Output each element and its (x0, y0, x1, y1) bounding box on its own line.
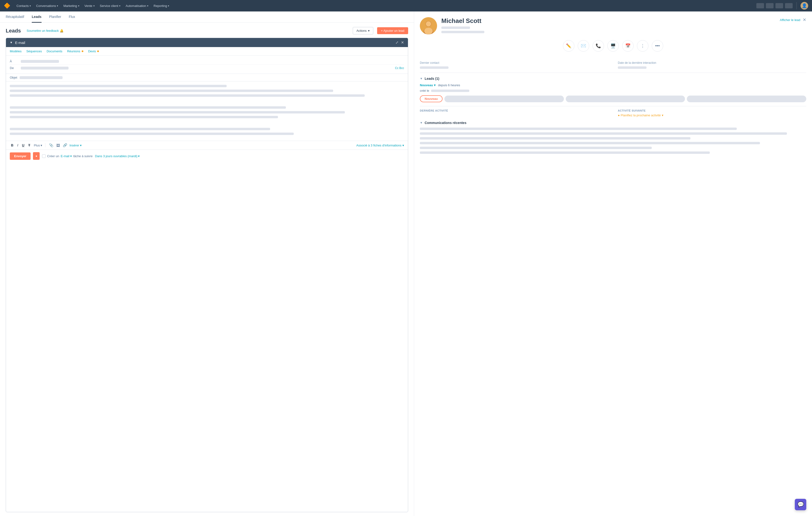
more-action-button[interactable]: ••• (652, 40, 663, 52)
toolbar-dot-devis (97, 50, 99, 52)
link-icon[interactable]: 🔗 (63, 143, 67, 147)
feedback-label: Soumettre un feedback (27, 29, 59, 32)
topnav: 🔶 Contacts▾Conversations▾Marketing▾Vente… (0, 0, 812, 11)
email-action-button[interactable]: ✉️ (578, 40, 589, 52)
left-panel: RécapitulatifLeadsPlanifierFlux Leads So… (0, 11, 414, 516)
chat-button[interactable]: 💬 (795, 499, 806, 510)
next-activity-label: ACTIVITÉ SUIVANTE (618, 109, 806, 112)
nav-label-automatisation: Automatisation (126, 4, 146, 8)
last-interaction-col: Date de la dernière interaction (618, 61, 806, 69)
status-placeholder-2 (444, 95, 564, 102)
nav-item-conversations[interactable]: Conversations▾ (34, 3, 60, 9)
comms-placeholder-2 (420, 132, 787, 135)
insert-button[interactable]: Insérer ▾ (69, 144, 82, 147)
nav-label-reporting: Reporting (153, 4, 167, 8)
underline-button[interactable]: U (21, 143, 26, 148)
actions-button[interactable]: Actions ▾ (353, 27, 373, 34)
close-panel-button[interactable]: ✕ (803, 17, 806, 23)
tab-flux[interactable]: Flux (69, 11, 75, 23)
tab-leads[interactable]: Leads (32, 11, 41, 23)
insert-chevron-icon: ▾ (80, 144, 82, 147)
subject-label: Objet (10, 76, 17, 79)
email-from-row: De Cc Bcc (10, 65, 404, 71)
italic-button[interactable]: I (16, 143, 19, 148)
more-v-action-button[interactable]: ⋮ (637, 40, 648, 52)
svg-point-3 (426, 21, 431, 27)
submit-feedback[interactable]: Soumettre un feedback 🔔 (27, 29, 63, 32)
more-formatting-button[interactable]: Plus ▾ (34, 144, 42, 147)
comms-placeholder-5 (420, 147, 652, 149)
last-activity-col: DERNIÈRE ACTIVITÉ (420, 109, 608, 117)
expand-icon[interactable]: ⤢ (396, 40, 399, 45)
create-task-checkbox[interactable] (42, 154, 46, 158)
status-chevron-icon: ▾ (434, 83, 436, 87)
toolbar-item-devis[interactable]: Devis (88, 50, 99, 53)
strikethrough-button[interactable]: T (27, 143, 31, 148)
phone-action-button[interactable]: 📞 (592, 40, 604, 52)
nav-item-reporting[interactable]: Reporting▾ (151, 3, 172, 9)
comms-placeholder-1 (420, 127, 737, 130)
add-lead-button[interactable]: + Ajouter un lead (377, 27, 408, 34)
profile-info-placeholder-2 (441, 31, 484, 33)
hubspot-logo[interactable]: 🔶 (4, 3, 10, 9)
last-contact-label: Dernier contact (420, 61, 608, 64)
nav-item-marketing[interactable]: Marketing▾ (61, 3, 82, 9)
topnav-icon-btn-4[interactable] (785, 3, 793, 8)
edit-action-button[interactable]: ✏️ (563, 40, 574, 52)
leads-title: Leads (6, 28, 21, 34)
topnav-icon-btn-1[interactable] (756, 3, 764, 8)
comms-placeholder-3 (420, 137, 691, 140)
nouveau-badge-button[interactable]: Nouveau (420, 95, 442, 102)
plan-activity-button[interactable]: ● Planifiez la prochaine activité ▾ (618, 113, 806, 117)
tab-planifier[interactable]: Planifier (49, 11, 61, 23)
from-value-placeholder (21, 67, 68, 69)
email-body[interactable] (6, 82, 408, 141)
comms-placeholder-4 (420, 142, 760, 144)
cc-bcc-button[interactable]: Cc Bcc (395, 66, 404, 70)
topnav-icon-btn-3[interactable] (776, 3, 783, 8)
nav-item-contacts[interactable]: Contacts▾ (14, 3, 33, 9)
nav-item-vente[interactable]: Vente▾ (82, 3, 97, 9)
toolbar-item-documents[interactable]: Documents (47, 50, 62, 53)
topnav-icon-btn-2[interactable] (766, 3, 774, 8)
actions-chevron-icon: ▾ (368, 29, 370, 32)
tab-recapitulatif[interactable]: Récapitulatif (6, 11, 24, 23)
fmt-separator-1 (45, 143, 46, 147)
calendar-action-button[interactable]: 📅 (622, 40, 634, 52)
send-options-button[interactable]: ● (33, 152, 40, 160)
bell-icon: 🔔 (60, 29, 63, 32)
status-nouveau[interactable]: Nouveau ▾ (420, 83, 436, 87)
send-button[interactable]: Envoyer (10, 152, 31, 160)
status-placeholder-3 (566, 95, 685, 102)
toolbar-item-sequences[interactable]: Séquences (26, 50, 42, 53)
status-placeholder-4 (687, 95, 806, 102)
nav-chevron-marketing: ▾ (78, 4, 79, 7)
to-value-placeholder (21, 60, 59, 63)
email-type-select[interactable]: E-mail ▾ (61, 154, 72, 158)
close-email-icon[interactable]: ✕ (401, 40, 404, 45)
comms-section-header[interactable]: ▼ Communications récentes (420, 121, 806, 125)
toolbar-item-reunions[interactable]: Réunions (67, 50, 83, 53)
attachment-icon[interactable]: 📎 (49, 143, 54, 147)
toolbar-item-modeles[interactable]: Modèles (10, 50, 22, 53)
user-avatar[interactable]: 👤 (801, 2, 808, 9)
profile-name: Michael Scott (441, 17, 776, 25)
email-chevron-icon[interactable]: ▼ (10, 41, 13, 44)
comms-section: ▼ Communications récentes (420, 121, 806, 154)
nav-label-contacts: Contacts (17, 4, 29, 8)
view-lead-link[interactable]: Afficher le lead (780, 18, 800, 22)
leads-section-header[interactable]: ▼ Leads (1) (420, 77, 806, 81)
image-icon[interactable]: 🖼 (56, 143, 60, 147)
body-line-7 (10, 128, 270, 130)
screen-action-button[interactable]: 🖥️ (607, 40, 619, 52)
assoc-button[interactable]: Associé à 3 fiches d'informations ▾ (356, 144, 404, 147)
tabs-bar: RécapitulatifLeadsPlanifierFlux (0, 11, 414, 23)
body-line-1 (10, 85, 227, 87)
nav-item-automatisation[interactable]: Automatisation▾ (123, 3, 151, 9)
body-line-2 (10, 90, 333, 92)
task-label: tâche à suivre (73, 154, 93, 158)
days-select[interactable]: Dans 3 jours ouvrables (mardi) ▾ (95, 154, 140, 158)
svg-point-4 (424, 28, 433, 34)
nav-item-service[interactable]: Service client▾ (97, 3, 123, 9)
bold-button[interactable]: B (10, 143, 14, 148)
